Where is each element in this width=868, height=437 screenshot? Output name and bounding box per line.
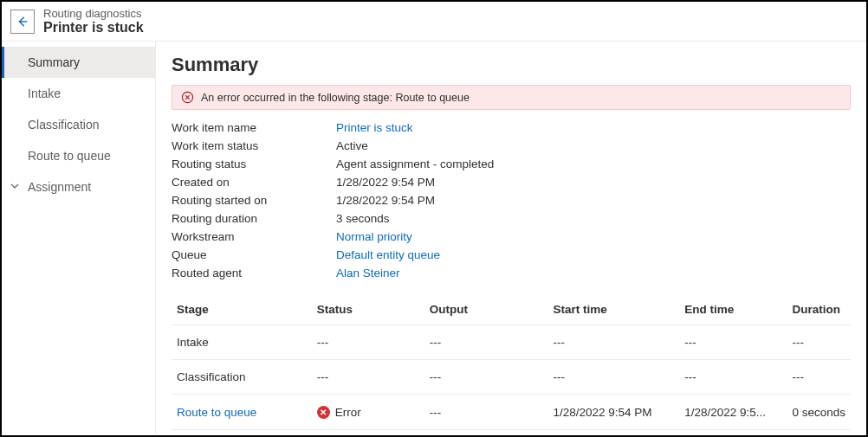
breadcrumb: Routing diagnostics	[43, 7, 144, 20]
sidebar: Summary Intake Classification Route to q…	[2, 42, 156, 434]
stage-table: Stage Status Output Start time End time …	[172, 294, 851, 434]
cell-duration: 0 seconds	[787, 430, 851, 434]
th-status[interactable]: Status	[312, 294, 424, 325]
label-routing-status: Routing status	[172, 157, 336, 170]
summary-details: Work item namePrinter is stuck Work item…	[172, 119, 851, 282]
value-routing-duration: 3 seconds	[336, 212, 390, 225]
sidebar-item-intake[interactable]: Intake	[2, 78, 155, 109]
error-alert: An error occurred in the following stage…	[172, 85, 851, 110]
label-workstream: Workstream	[172, 230, 336, 243]
label-routed-agent: Routed agent	[172, 267, 336, 280]
label-work-item-status: Work item status	[172, 139, 336, 152]
cell-stage: Classification	[172, 360, 312, 395]
cell-duration: ---	[787, 325, 851, 360]
th-output[interactable]: Output	[424, 294, 548, 325]
chevron-down-icon	[10, 181, 19, 193]
table-header-row: Stage Status Output Start time End time …	[172, 294, 851, 325]
sidebar-item-summary[interactable]: Summary	[2, 47, 155, 78]
sidebar-item-route-to-queue[interactable]: Route to queue	[2, 140, 155, 171]
cell-output: ---	[424, 325, 548, 360]
value-routing-started-on: 1/28/2022 9:54 PM	[336, 194, 435, 207]
th-duration[interactable]: Duration	[787, 294, 851, 325]
back-button[interactable]	[10, 10, 35, 34]
value-routed-agent[interactable]: Alan Steiner	[336, 267, 400, 280]
value-created-on: 1/28/2022 9:54 PM	[336, 176, 435, 189]
status-text: ---	[317, 370, 329, 383]
cell-start: 1/28/2022 9:54 PM	[547, 395, 679, 430]
cell-end: ---	[679, 325, 787, 360]
sidebar-item-classification[interactable]: Classification	[2, 109, 155, 140]
value-routing-status: Agent assignment - completed	[336, 157, 494, 170]
back-arrow-icon	[16, 16, 29, 28]
value-work-item-name[interactable]: Printer is stuck	[336, 121, 413, 134]
alert-text: An error occurred in the following stage…	[201, 92, 470, 104]
sidebar-item-label: Assignment	[28, 180, 91, 194]
status-text: Error	[335, 406, 361, 419]
cell-start: ---	[547, 325, 679, 360]
cell-status: ✓Completed	[312, 430, 424, 434]
cell-stage: Assignment	[172, 430, 312, 434]
main-content: Summary An error occurred in the followi…	[156, 42, 866, 434]
cell-duration: 0 seconds	[787, 395, 851, 430]
table-row: Assignment✓Completeduser 41/28/2022 9:55…	[172, 430, 851, 434]
page-title: Printer is stuck	[43, 20, 144, 35]
table-row: Classification---------------	[172, 360, 851, 395]
cell-duration: ---	[787, 360, 851, 395]
cell-status: ---	[312, 325, 424, 360]
value-queue[interactable]: Default entity queue	[336, 248, 440, 261]
value-work-item-status: Active	[336, 139, 368, 152]
cell-output: ---	[424, 395, 548, 430]
cell-start: ---	[547, 360, 679, 395]
page-header: Routing diagnostics Printer is stuck	[2, 2, 866, 42]
label-created-on: Created on	[172, 176, 336, 189]
status-text: ---	[317, 336, 329, 349]
th-start[interactable]: Start time	[547, 294, 679, 325]
cell-output: ---	[424, 360, 548, 395]
sidebar-item-assignment[interactable]: Assignment	[2, 171, 155, 202]
cell-status: ---	[312, 360, 424, 395]
value-workstream[interactable]: Normal priority	[336, 230, 412, 243]
cell-status: ✕Error	[312, 395, 424, 430]
label-routing-started-on: Routing started on	[172, 194, 336, 207]
cell-end: 1/28/2022 9:5...	[679, 430, 787, 434]
th-end[interactable]: End time	[679, 294, 787, 325]
table-row: Route to queue✕Error---1/28/2022 9:54 PM…	[172, 395, 851, 430]
cell-end: 1/28/2022 9:5...	[679, 395, 787, 430]
th-stage[interactable]: Stage	[172, 294, 312, 325]
stage-link[interactable]: Route to queue	[177, 406, 256, 419]
main-heading: Summary	[172, 54, 851, 76]
table-row: Intake---------------	[172, 325, 851, 360]
label-queue: Queue	[172, 248, 336, 261]
label-work-item-name: Work item name	[172, 121, 336, 134]
cell-stage: Intake	[172, 325, 312, 360]
cell-stage: Route to queue	[172, 395, 312, 430]
cell-output: user 4	[424, 430, 548, 434]
cell-end: ---	[679, 360, 787, 395]
label-routing-duration: Routing duration	[172, 212, 336, 225]
error-icon	[181, 91, 194, 104]
error-status-icon: ✕	[317, 406, 330, 419]
cell-start: 1/28/2022 9:55 PM	[547, 430, 679, 434]
